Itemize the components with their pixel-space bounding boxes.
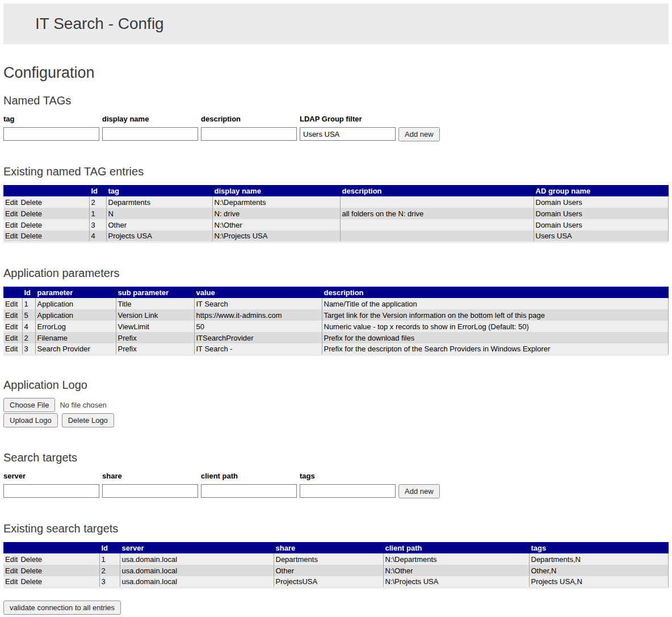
display-name-label: display name [102,115,201,123]
table-cell: N:\Other [383,565,529,576]
table-cell: IT Search [194,298,322,309]
tag-table: Id tag display name description AD group… [3,185,669,243]
table-cell: usa.domain.local [120,553,274,565]
named-tags-heading: Named TAGs [3,94,669,107]
client-path-label: client path [201,472,300,480]
table-cell: Departments [274,553,383,565]
edit-link[interactable]: Edit [5,209,18,218]
validate-connection-button[interactable]: validate connection to all entries [3,601,121,615]
table-row: EditDelete2usa.domain.localOtherN:\Other… [3,565,669,576]
row-actions: EditDelete [3,565,99,576]
edit-link[interactable]: Edit [5,577,18,586]
share-label: share [102,472,201,480]
table-row: Edit5ApplicationVersion Linkhttps://www.… [3,309,669,321]
add-new-target-button[interactable]: Add new [398,484,440,498]
ldap-group-filter-label: LDAP Group filter [300,115,398,123]
table-cell: Prefix for the descripton of the Search … [322,343,669,355]
delete-link[interactable]: Delete [20,555,42,564]
row-actions: EditDelete [3,208,89,219]
tag-input[interactable] [3,127,99,141]
server-input[interactable] [3,484,99,498]
table-cell: Departments,N [529,553,669,565]
table-cell: Application [35,309,116,321]
table-cell: N: drive [212,208,340,219]
edit-link[interactable]: Edit [5,322,18,331]
delete-link[interactable]: Delete [20,577,42,586]
share-input[interactable] [102,484,198,498]
ldap-group-filter-input[interactable] [300,127,396,141]
targets-table-header-row: Id server share client path tags [3,542,669,553]
table-cell: N [106,208,212,219]
display-name-input[interactable] [102,127,198,141]
table-cell: Projects USA [106,230,212,242]
edit-link[interactable]: Edit [5,334,18,342]
existing-search-targets-heading: Existing search targets [3,522,669,535]
table-cell: 50 [194,321,322,332]
search-targets-table: Id server share client path tags EditDel… [3,542,669,589]
add-new-tag-button[interactable]: Add new [398,127,440,141]
table-cell: Filename [35,332,116,343]
tags-label: tags [300,472,398,480]
targets-col-server: server [120,542,274,553]
edit-link[interactable]: Edit [5,232,18,240]
table-cell: Domain Users [534,219,669,230]
delete-link[interactable]: Delete [20,209,42,218]
choose-file-button[interactable]: Choose File [3,398,55,412]
page-title: IT Search - Config [3,15,164,33]
tag-table-header-row: Id tag display name description AD group… [3,185,669,196]
table-cell [340,219,534,230]
table-cell: N:\Departments [383,553,529,565]
edit-link[interactable]: Edit [5,345,18,353]
delete-link[interactable]: Delete [20,232,42,240]
tags-input[interactable] [300,484,396,498]
server-label: server [3,472,102,480]
edit-link[interactable]: Edit [5,221,18,229]
description-input[interactable] [201,127,297,141]
table-cell: N:\Other [212,219,340,230]
targets-col-share: share [274,542,383,553]
edit-link[interactable]: Edit [5,311,18,320]
delete-logo-button[interactable]: Delete Logo [62,413,114,427]
upload-logo-button[interactable]: Upload Logo [3,413,58,427]
table-cell: https://www.it-admins.com [194,309,322,321]
footer: validate connection to all entries [3,601,669,615]
table-row: EditDelete1usa.domain.localDepartmentsN:… [3,553,669,565]
edit-link[interactable]: Edit [5,198,18,207]
tag-label: tag [3,115,102,123]
row-actions: Edit [3,332,22,343]
table-cell: ErrorLog [35,321,116,332]
row-actions: Edit [3,309,22,321]
table-row: Edit4ErrorLogViewLimit50Numeric value - … [3,321,669,332]
table-cell: IT Search - [194,343,322,355]
table-cell: 1 [99,553,120,565]
table-cell: Title [116,298,194,309]
delete-link[interactable]: Delete [20,566,42,575]
edit-link[interactable]: Edit [5,300,18,308]
application-logo-heading: Application Logo [3,379,669,392]
targets-col-actions [3,542,99,553]
table-cell: 3 [89,219,106,230]
edit-link[interactable]: Edit [5,566,18,575]
tag-col-ad-group-name: AD group name [534,185,669,196]
application-parameters-heading: Application parameters [3,267,669,280]
client-path-input[interactable] [201,484,297,498]
table-row: EditDelete2DeparmtentsN:\DeparmtentsDoma… [3,196,669,208]
edit-link[interactable]: Edit [5,555,18,564]
row-actions: EditDelete [3,576,99,588]
row-actions: EditDelete [3,219,89,230]
table-cell: Other,N [529,565,669,576]
params-col-actions [3,287,22,298]
params-col-parameter: parameter [35,287,116,298]
delete-link[interactable]: Delete [20,198,42,207]
params-col-sub-parameter: sub parameter [116,287,194,298]
table-cell: 4 [89,230,106,242]
table-cell: Search Provider [35,343,116,355]
table-cell: 2 [99,565,120,576]
row-actions: Edit [3,321,22,332]
table-row: EditDelete1NN: driveall folders on the N… [3,208,669,219]
table-cell: 4 [22,321,35,332]
search-targets-heading: Search targets [3,451,669,464]
table-cell: 5 [22,309,35,321]
delete-link[interactable]: Delete [20,221,42,229]
tag-col-id: Id [89,185,106,196]
